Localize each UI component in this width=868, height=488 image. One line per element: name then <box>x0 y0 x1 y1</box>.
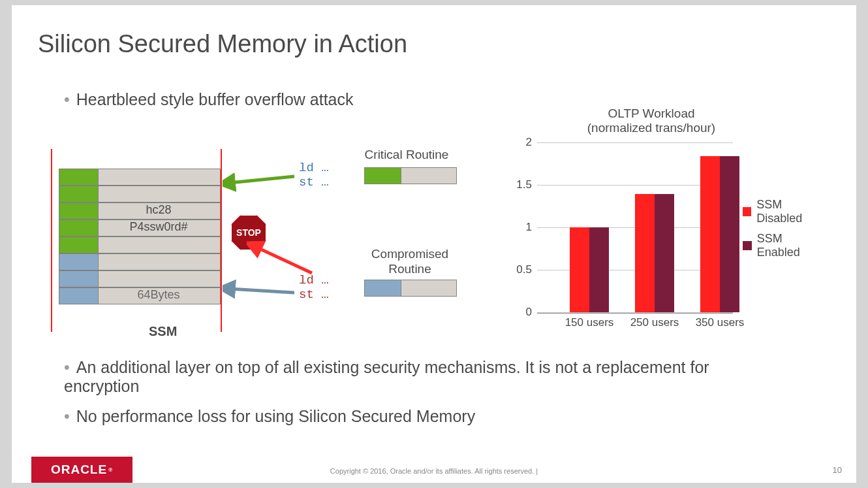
mem-row-5 <box>98 236 221 253</box>
mem-row-7 <box>98 270 221 287</box>
tag-green-4 <box>59 220 99 236</box>
compromised-code-ld: ld … <box>299 273 329 287</box>
mem-row-2 <box>98 186 221 203</box>
legend-label: SSM Enabled <box>757 232 828 259</box>
mem-row-1 <box>98 169 221 186</box>
row-label-hc28: hc28 <box>100 203 217 217</box>
compromised-label-2: Routine <box>358 262 462 276</box>
svg-line-1 <box>256 247 312 273</box>
blue-arrow-icon <box>223 280 298 306</box>
legend-swatch-icon <box>743 241 752 250</box>
stop-text: STOP <box>236 227 261 238</box>
compromised-routine-tag <box>364 280 401 297</box>
tag-blue-1 <box>59 253 99 270</box>
chart-plot-area: 00.511.52150 users250 users350 users <box>537 142 733 314</box>
bullet-3-text: No performance loss for using Silicon Se… <box>76 407 475 425</box>
legend-swatch-icon <box>743 207 751 216</box>
page-number: 10 <box>833 465 842 475</box>
y-tick: 0 <box>526 306 532 319</box>
tag-blue-3 <box>59 287 99 304</box>
bullet-dot-icon: • <box>64 358 70 376</box>
compromised-code-st: st … <box>299 287 329 302</box>
x-category: 350 users <box>687 316 752 329</box>
green-arrow-icon <box>223 169 298 195</box>
ssm-label: SSM <box>149 324 177 339</box>
mem-row-6 <box>98 253 221 270</box>
x-category: 150 users <box>557 316 622 329</box>
critical-routine-tag <box>364 167 401 184</box>
chart-title: OLTP Workload(normalized trans/hour) <box>540 106 762 135</box>
bar <box>720 156 739 312</box>
footer: ORACLE® Copyright © 2016, Oracle and/or … <box>12 455 856 483</box>
bullet-dot-icon: • <box>64 407 70 425</box>
memory-diagram: hc28 P4ssw0rd# 64Bytes SSM Critical Rout… <box>51 149 469 345</box>
y-tick: 1 <box>526 221 532 234</box>
row-label-pwd: P4ssw0rd# <box>100 220 217 234</box>
svg-line-2 <box>229 289 294 293</box>
compromised-label-1: Compromised <box>358 247 462 261</box>
bar <box>635 194 655 312</box>
bar <box>655 194 674 312</box>
tag-green-2 <box>59 186 99 203</box>
bar <box>700 156 720 312</box>
tag-green-5 <box>59 236 99 253</box>
bullet-3: •No performance loss for using Silicon S… <box>64 407 782 426</box>
chart-legend: SSM DisabledSSM Enabled <box>743 198 828 266</box>
critical-code-st: st … <box>299 175 329 189</box>
red-line-right <box>221 149 222 332</box>
x-category: 250 users <box>622 316 687 329</box>
copyright-text: Copyright © 2016, Oracle and/or its affi… <box>12 467 856 475</box>
row-label-64b: 64Bytes <box>100 288 217 302</box>
bullet-2: •An additional layer on top of all exist… <box>64 358 782 396</box>
tag-green-1 <box>59 169 99 186</box>
oltp-chart: OLTP Workload(normalized trans/hour) 00.… <box>501 106 828 342</box>
critical-routine-label: Critical Routine <box>358 148 456 162</box>
legend-label: SSM Disabled <box>756 198 828 225</box>
svg-line-0 <box>229 176 294 183</box>
bullet-1-text: Heartbleed style buffer overflow attack <box>76 90 354 108</box>
y-tick: 2 <box>526 136 532 149</box>
critical-code-ld: ld … <box>299 161 329 175</box>
y-tick: 1.5 <box>516 178 532 191</box>
tag-blue-2 <box>59 270 99 287</box>
bullet-1: •Heartbleed style buffer overflow attack <box>64 90 354 109</box>
legend-item: SSM Disabled <box>743 198 828 225</box>
legend-item: SSM Enabled <box>743 232 828 259</box>
y-tick: 0.5 <box>516 263 532 276</box>
bullet-2-text: An additional layer on top of all existi… <box>64 358 709 395</box>
bar <box>589 227 609 312</box>
slide-title: Silicon Secured Memory in Action <box>38 30 407 58</box>
bar <box>570 227 589 312</box>
red-line-left <box>51 149 52 332</box>
tag-green-3 <box>59 203 99 220</box>
bullet-dot-icon: • <box>64 90 70 108</box>
